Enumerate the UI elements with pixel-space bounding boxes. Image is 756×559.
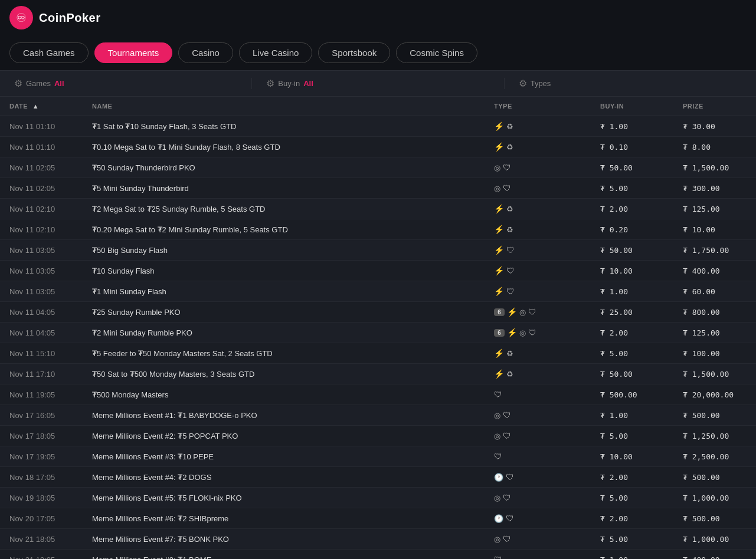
games-value[interactable]: All: [54, 79, 64, 88]
cell-type: ⚡♻: [485, 137, 591, 157]
cell-buyin: ₮ 1.00: [591, 281, 673, 302]
table-row[interactable]: Nov 11 03:05 ₮50 Big Sunday Flash ⚡🛡 ₮ 5…: [0, 240, 756, 261]
col-buyin: BUY-IN: [591, 97, 673, 116]
table-row[interactable]: Nov 21 18:05 Meme Millions Event #7: ₮5 …: [0, 529, 756, 550]
cell-name: Meme Millions Event #8: ₮1 BOME: [83, 550, 485, 560]
shield-icon: 🛡: [506, 245, 515, 255]
header: ♾ CoinPoker: [0, 0, 756, 35]
cell-type: 🛡: [485, 550, 591, 560]
cell-type: 🕐🛡: [485, 467, 591, 488]
table-row[interactable]: Nov 11 02:05 ₮50 Sunday Thunderbird PKO …: [0, 157, 756, 178]
table-row[interactable]: Nov 18 17:05 Meme Millions Event #4: ₮2 …: [0, 467, 756, 488]
bolt-icon: ⚡: [507, 328, 517, 337]
shield-icon: 🛡: [506, 472, 514, 482]
table-row[interactable]: Nov 11 01:10 ₮1 Sat to ₮10 Sunday Flash,…: [0, 116, 756, 137]
sort-arrow-icon: ▲: [32, 103, 39, 110]
target-icon: ◎: [519, 328, 526, 337]
buyin-filter[interactable]: ⚙ Buy-in All: [252, 78, 504, 89]
cell-date: Nov 17 19:05: [0, 446, 83, 467]
shield-icon: 🛡: [506, 287, 515, 296]
recycle-icon: ♻: [506, 225, 513, 234]
nav-casino[interactable]: Casino: [178, 42, 233, 63]
table-row[interactable]: Nov 11 15:10 ₮5 Feeder to ₮50 Monday Mas…: [0, 343, 756, 364]
cell-date: Nov 11 02:05: [0, 157, 83, 178]
cell-date: Nov 11 01:10: [0, 116, 83, 137]
cell-type: ◎🛡: [485, 426, 591, 446]
nav-cash-games[interactable]: Cash Games: [9, 42, 89, 63]
table-row[interactable]: Nov 17 16:05 Meme Millions Event #1: ₮1 …: [0, 405, 756, 426]
cell-name: ₮10 Sunday Flash: [83, 261, 485, 281]
recycle-icon: ♻: [506, 205, 513, 213]
cell-name: Meme Millions Event #2: ₮5 POPCAT PKO: [83, 426, 485, 446]
cell-type: ◎🛡: [485, 529, 591, 550]
table-row[interactable]: Nov 11 03:05 ₮10 Sunday Flash ⚡🛡 ₮ 10.00…: [0, 261, 756, 281]
nav-cosmic-spins[interactable]: Cosmic Spins: [396, 42, 477, 63]
cell-buyin: ₮ 10.00: [591, 261, 673, 281]
types-filter[interactable]: ⚙ Types: [505, 78, 756, 89]
table-row[interactable]: Nov 17 18:05 Meme Millions Event #2: ₮5 …: [0, 426, 756, 446]
cell-buyin: ₮ 50.00: [591, 157, 673, 178]
cell-name: ₮50 Sat to ₮500 Monday Masters, 3 Seats …: [83, 364, 485, 384]
cell-prize: ₮ 800.00: [673, 302, 756, 323]
table-row[interactable]: Nov 11 02:05 ₮5 Mini Sunday Thunderbird …: [0, 178, 756, 199]
cell-name: Meme Millions Event #5: ₮5 FLOKI-nix PKO: [83, 488, 485, 508]
games-filter[interactable]: ⚙ Games All: [0, 78, 252, 89]
target-icon: ◎: [494, 184, 500, 193]
table-row[interactable]: Nov 20 17:05 Meme Millions Event #6: ₮2 …: [0, 508, 756, 529]
table-row[interactable]: Nov 11 01:10 ₮0.10 Mega Sat to ₮1 Mini S…: [0, 137, 756, 157]
table-row[interactable]: Nov 19 18:05 Meme Millions Event #5: ₮5 …: [0, 488, 756, 508]
table-row[interactable]: Nov 17 19:05 Meme Millions Event #3: ₮10…: [0, 446, 756, 467]
cell-name: ₮5 Mini Sunday Thunderbird: [83, 178, 485, 199]
nav-live-casino[interactable]: Live Casino: [239, 42, 312, 63]
table-row[interactable]: Nov 11 19:05 ₮500 Monday Masters 🛡 ₮ 500…: [0, 384, 756, 405]
target-icon: ◎: [494, 411, 500, 420]
nav-sportsbook[interactable]: Sportsbook: [318, 42, 390, 63]
shield-icon: 🛡: [503, 431, 511, 440]
bolt-icon: ⚡: [494, 287, 504, 296]
col-date[interactable]: DATE ▲: [0, 97, 83, 116]
cell-date: Nov 11 02:05: [0, 178, 83, 199]
games-label: Games: [26, 79, 51, 88]
cell-buyin: ₮ 1.00: [591, 116, 673, 137]
nav-tournaments[interactable]: Tournaments: [94, 42, 173, 63]
bolt-icon: ⚡: [507, 307, 517, 317]
cell-type: 6⚡◎🛡: [485, 323, 591, 343]
cell-type: ⚡🛡: [485, 261, 591, 281]
table-row[interactable]: Nov 11 04:05 ₮25 Sunday Rumble PKO 6⚡◎🛡 …: [0, 302, 756, 323]
shield-icon: 🛡: [528, 328, 536, 337]
badge-6: 6: [494, 329, 505, 337]
table-row[interactable]: Nov 11 17:10 ₮50 Sat to ₮500 Monday Mast…: [0, 364, 756, 384]
cell-type: ⚡♻: [485, 343, 591, 364]
cell-type: ◎🛡: [485, 178, 591, 199]
cell-type: ◎🛡: [485, 405, 591, 426]
shield-icon: 🛡: [503, 183, 511, 193]
cell-date: Nov 11 17:10: [0, 364, 83, 384]
table-row[interactable]: Nov 11 02:10 ₮0.20 Mega Sat to ₮2 Mini S…: [0, 219, 756, 240]
table-row[interactable]: Nov 11 04:05 ₮2 Mini Sunday Rumble PKO 6…: [0, 323, 756, 343]
cell-name: ₮5 Feeder to ₮50 Monday Masters Sat, 2 S…: [83, 343, 485, 364]
cell-date: Nov 11 03:05: [0, 240, 83, 261]
cell-name: ₮1 Sat to ₮10 Sunday Flash, 3 Seats GTD: [83, 116, 485, 137]
types-icon: ⚙: [519, 78, 527, 89]
table-row[interactable]: Nov 11 02:10 ₮2 Mega Sat to ₮25 Sunday R…: [0, 199, 756, 219]
recycle-icon: ♻: [506, 122, 513, 131]
cell-type: 6⚡◎🛡: [485, 302, 591, 323]
cell-buyin: ₮ 5.00: [591, 343, 673, 364]
cell-prize: ₮ 500.00: [673, 508, 756, 529]
cell-date: Nov 11 02:10: [0, 199, 83, 219]
table-row[interactable]: Nov 11 03:05 ₮1 Mini Sunday Flash ⚡🛡 ₮ 1…: [0, 281, 756, 302]
cell-buyin: ₮ 0.20: [591, 219, 673, 240]
cell-prize: ₮ 20,000.00: [673, 384, 756, 405]
cell-name: ₮25 Sunday Rumble PKO: [83, 302, 485, 323]
col-type: TYPE: [485, 97, 591, 116]
buyin-value[interactable]: All: [303, 79, 313, 88]
cell-buyin: ₮ 25.00: [591, 302, 673, 323]
buyin-icon: ⚙: [266, 78, 274, 89]
cell-date: Nov 11 01:10: [0, 137, 83, 157]
recycle-icon: ♻: [506, 370, 513, 379]
clock-icon: 🕐: [494, 473, 503, 482]
cell-prize: ₮ 1,750.00: [673, 240, 756, 261]
shield-icon: 🛡: [494, 555, 502, 559]
table-row[interactable]: Nov 21 19:05 Meme Millions Event #8: ₮1 …: [0, 550, 756, 560]
cell-type: 🕐🛡: [485, 508, 591, 529]
